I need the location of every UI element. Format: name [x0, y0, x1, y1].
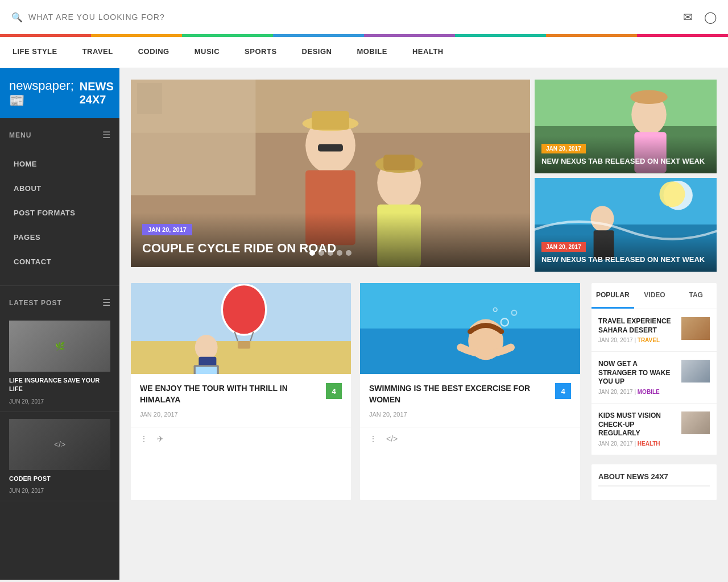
- hero-dot-4[interactable]: [337, 250, 342, 256]
- card-2-img: [360, 283, 580, 374]
- card-2-title[interactable]: SWIMMING IS THE BEST EXCERCISE FOR WOMEN: [369, 383, 549, 405]
- sidebar-menu: HOME ABOUT POST FORMATS PAGES CONTACT: [0, 146, 119, 280]
- nav-item-mobile[interactable]: MOBILE: [344, 37, 400, 68]
- hero-main: JAN 20, 2017 COUPLE CYCLE RIDE ON ROAD: [131, 80, 530, 267]
- tab-tag[interactable]: TAG: [675, 283, 717, 309]
- tabs-widget: POPULAR VIDEO TAG TRAVEL EXPERIENCE SAHA…: [592, 283, 717, 455]
- hero-section: JAN 20, 2017 COUPLE CYCLE RIDE ON ROAD: [131, 80, 717, 272]
- card-1-title[interactable]: WE ENJOY THE TOUR WITH THRILL IN HIMALAY…: [140, 383, 320, 405]
- sidebar-article-3-tag[interactable]: HEALTH: [638, 440, 660, 447]
- hero-main-date: JAN 20, 2017: [142, 224, 192, 235]
- hero-main-overlay: JAN 20, 2017 COUPLE CYCLE RIDE ON ROAD: [131, 213, 530, 267]
- svg-point-23: [659, 181, 685, 207]
- svg-rect-10: [383, 155, 415, 170]
- hamburger-icon[interactable]: ☰: [102, 130, 110, 140]
- art-img-2: [681, 360, 710, 383]
- sidebar-item-home[interactable]: HOME: [0, 152, 119, 176]
- nav-item-design[interactable]: DESIGN: [289, 37, 345, 68]
- hero-dot-2[interactable]: [318, 250, 324, 256]
- svg-point-31: [195, 335, 218, 360]
- hero-side-title-1: NEW NEXUS TAB RELEASED ON NEXT WEAK: [541, 157, 710, 167]
- svg-point-17: [630, 90, 668, 104]
- hero-side-item-1: JAN 20, 2017 NEW NEXUS TAB RELEASED ON N…: [535, 80, 717, 173]
- hero-dots: [309, 250, 351, 256]
- sidebar-post-2-title[interactable]: CODER POST: [9, 475, 110, 483]
- nav-item-travel[interactable]: TRAVEL: [70, 37, 126, 68]
- code-icon: </>: [54, 440, 65, 449]
- sidebar-item-pages[interactable]: PAGES: [0, 225, 119, 250]
- user-icon[interactable]: ◯: [704, 10, 717, 24]
- latest-post-icon: ☰: [102, 297, 110, 308]
- brand-name: NEWS 24X7: [80, 80, 114, 106]
- hero-side-overlay-2: JAN 20, 2017 NEW NEXUS TAB RELEASED ON N…: [535, 234, 717, 272]
- hero-dot-5[interactable]: [346, 250, 351, 256]
- sidebar-article-1-date: JAN 20, 2017: [598, 337, 633, 343]
- card-2-body: SWIMMING IS THE BEST EXCERCISE FOR WOMEN…: [360, 374, 580, 427]
- sidebar-article-3-title[interactable]: KIDS MUST VISION CHECK-UP REGULARLY: [598, 411, 676, 438]
- code-icon-footer[interactable]: </>: [386, 434, 398, 443]
- sidebar-post-1-title[interactable]: LIFE INSURANCE SAVE YOUR LIFE: [9, 376, 110, 394]
- card-1-img: [131, 283, 351, 374]
- sidebar-article-2-text: NOW GET A STRANGER TO WAKE YOU UP JAN 20…: [598, 360, 676, 395]
- header: 🔍 ✉ ◯: [0, 0, 728, 34]
- brand: newspaper;📰 NEWS 24X7: [0, 68, 119, 118]
- search-input[interactable]: [28, 13, 677, 22]
- card-1-date: JAN 20, 2017: [140, 411, 342, 418]
- svg-rect-12: [137, 83, 162, 114]
- leaf-icon: 🌿: [55, 342, 65, 351]
- main-nav: LIFE STYLE TRAVEL CODING MUSIC SPORTS DE…: [0, 37, 728, 68]
- hero-side-title-2: NEW NEXUS TAB RELEASED ON NEXT WEAK: [541, 255, 710, 265]
- share-icon-1[interactable]: ⋮: [140, 434, 148, 443]
- nav-item-coding[interactable]: CODING: [126, 37, 182, 68]
- search-icon: 🔍: [11, 12, 23, 23]
- hero-side-date-2: JAN 20, 2017: [541, 242, 586, 252]
- sidebar-item-contact[interactable]: CONTACT: [0, 250, 119, 274]
- about-widget: ABOUT NEWS 24X7: [592, 464, 717, 500]
- menu-label: MENU: [9, 131, 31, 139]
- about-title: ABOUT NEWS 24X7: [598, 472, 710, 487]
- card-1-footer: ⋮ ✈: [131, 427, 351, 450]
- sidebar-article-2-title[interactable]: NOW GET A STRANGER TO WAKE YOU UP: [598, 360, 676, 386]
- sidebar-article-3-meta: JAN 20, 2017 | HEALTH: [598, 440, 676, 447]
- sidebar-post-1-placeholder: 🌿: [9, 321, 110, 372]
- nav-item-health[interactable]: HEALTH: [400, 37, 456, 68]
- card-2: SWIMMING IS THE BEST EXCERCISE FOR WOMEN…: [360, 283, 580, 500]
- sidebar-item-post-formats[interactable]: POST FORMATS: [0, 201, 119, 225]
- card-2-footer: ⋮ </>: [360, 427, 580, 450]
- sidebar-article-2-meta: JAN 20, 2017 | MOBILE: [598, 389, 676, 395]
- sidebar-article-3-img: [681, 411, 710, 434]
- sidebar-article-3-date: JAN 20, 2017: [598, 440, 633, 447]
- card-1-sky: [131, 283, 351, 374]
- card-2-title-row: SWIMMING IS THE BEST EXCERCISE FOR WOMEN…: [369, 383, 571, 405]
- nav-item-music[interactable]: MUSIC: [182, 37, 232, 68]
- svg-rect-6: [318, 144, 343, 151]
- cards-layout: WE ENJOY THE TOUR WITH THRILL IN HIMALAY…: [131, 283, 717, 500]
- svg-rect-5: [312, 111, 349, 130]
- card-2-date: JAN 20, 2017: [369, 411, 571, 418]
- hero-dot-1[interactable]: [309, 250, 315, 256]
- nav-item-lifestyle[interactable]: LIFE STYLE: [0, 37, 70, 68]
- card-1-title-row: WE ENJOY THE TOUR WITH THRILL IN HIMALAY…: [140, 383, 342, 405]
- share-icon-2[interactable]: ⋮: [369, 434, 377, 443]
- sidebar-article-1-title[interactable]: TRAVEL EXPERIENCE SAHARA DESERT: [598, 317, 676, 335]
- tab-content: TRAVEL EXPERIENCE SAHARA DESERT JAN 20, …: [592, 309, 717, 455]
- sidebar-left: newspaper;📰 NEWS 24X7 MENU ☰ HOME ABOUT …: [0, 68, 119, 580]
- mail-icon[interactable]: ✉: [683, 10, 693, 24]
- hero-dot-3[interactable]: [328, 250, 333, 256]
- tab-video[interactable]: VIDEO: [634, 283, 676, 309]
- nav-item-sports[interactable]: SPORTS: [232, 37, 289, 68]
- card-2-water: [360, 283, 580, 374]
- sidebar-item-about[interactable]: ABOUT: [0, 176, 119, 201]
- sidebar-article-1-tag[interactable]: TRAVEL: [638, 337, 660, 343]
- svg-rect-30: [238, 341, 250, 348]
- card-2-badge: 4: [555, 383, 571, 399]
- svg-point-20: [591, 206, 614, 231]
- brand-icon: newspaper;📰: [9, 78, 74, 108]
- tab-popular[interactable]: POPULAR: [592, 283, 634, 309]
- sidebar-article-2-tag[interactable]: MOBILE: [638, 389, 660, 395]
- main-layout: newspaper;📰 NEWS 24X7 MENU ☰ HOME ABOUT …: [0, 68, 728, 580]
- sidebar-post-2-date: JUN 20, 2017: [9, 488, 110, 494]
- plane-icon-1[interactable]: ✈: [157, 434, 164, 443]
- sidebar-article-1-meta: JAN 20, 2017 | TRAVEL: [598, 337, 676, 343]
- card-1-badge: 4: [326, 383, 342, 399]
